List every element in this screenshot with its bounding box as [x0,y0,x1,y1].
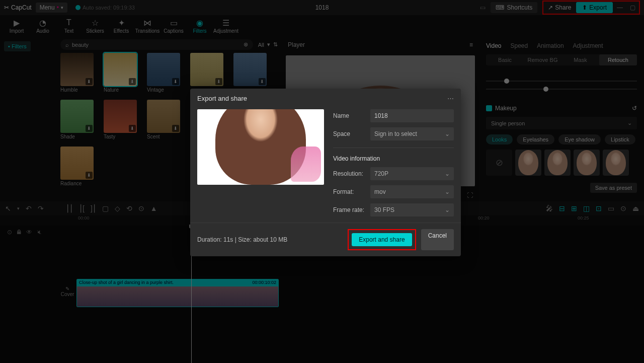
modal-body: Name Space Sign in to select Video infor… [190,106,461,223]
res-label: Resolution: [333,170,365,177]
section-title: Video information [333,155,454,162]
preview-overlay [291,147,321,182]
space-row: Space Sign in to select [333,127,454,140]
space-select[interactable]: Sign in to select [370,127,454,140]
export-modal: Export and share ⋯ Name Space Sign in to… [190,89,461,256]
framerate-row: Frame rate: 30 FPS [333,203,454,216]
name-row: Name [333,109,454,122]
cancel-button[interactable]: Cancel [421,229,454,250]
modal-title: Export and share [197,95,247,102]
framerate-select[interactable]: 30 FPS [370,203,454,216]
divider [333,148,454,148]
modal-footer: Duration: 11s | Size: about 10 MB Export… [190,223,461,256]
export-preview [197,109,324,185]
export-form: Name Space Sign in to select Video infor… [333,109,454,216]
format-select[interactable]: mov [370,185,454,198]
export-info: Duration: 11s | Size: about 10 MB [197,236,287,243]
close-icon[interactable]: ⋯ [447,95,454,102]
export-and-share-button[interactable]: Export and share [352,233,412,246]
footer-buttons: Export and share Cancel [348,229,454,250]
resolution-select[interactable]: 720P [370,167,454,180]
resolution-row: Resolution: 720P [333,167,454,180]
fps-label: Frame rate: [333,206,365,213]
fmt-label: Format: [333,188,365,195]
highlight-export-button: Export and share [348,229,416,250]
modal-header: Export and share ⋯ [190,89,461,106]
space-label: Space [333,130,365,137]
format-row: Format: mov [333,185,454,198]
name-input[interactable] [370,109,454,122]
name-label: Name [333,112,365,119]
